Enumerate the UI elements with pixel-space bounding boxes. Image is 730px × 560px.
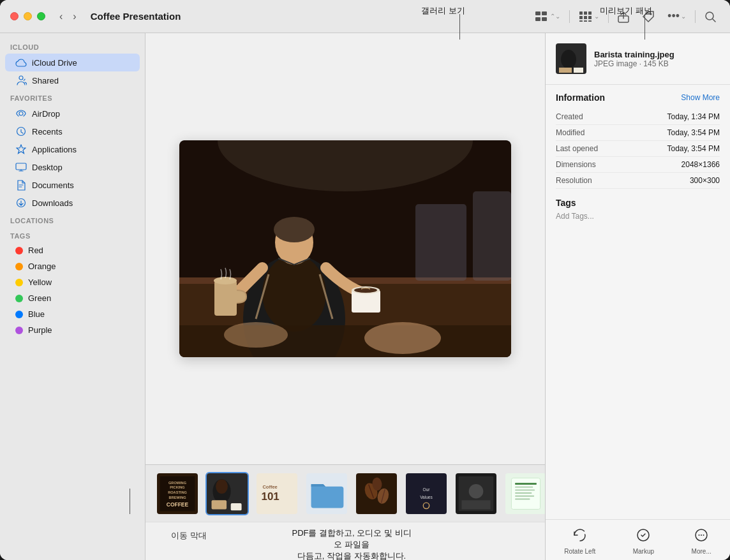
svg-text:Our: Our [423,487,431,492]
scroll-bar-annotation: 이동 막대 [171,530,292,542]
main-area: iCloud iCloud Drive [0,33,730,560]
svg-point-29 [274,217,315,242]
modified-label: Modified [556,128,585,137]
sidebar-item-tag-purple[interactable]: Purple [5,322,140,338]
sidebar-item-documents[interactable]: Documents [5,176,140,194]
content-area: GROWING PICKING ROASTING BREWING COFFEE [145,33,545,560]
minimize-button[interactable] [24,12,32,20]
sidebar-item-downloads[interactable]: Downloads [5,194,140,212]
svg-rect-38 [415,204,466,281]
created-label: Created [556,112,583,121]
sidebar-item-tag-blue[interactable]: Blue [5,306,140,322]
thumbnail-3[interactable]: Coffee 101 [255,472,299,515]
svg-rect-70 [461,500,490,509]
tags-section: Tags Add Tags... [556,198,720,221]
thumbnail-4[interactable] [305,472,348,515]
svg-rect-75 [515,489,535,490]
thumbnail-8[interactable] [504,472,545,515]
show-more-button[interactable]: Show More [681,93,720,102]
purple-tag-label: Purple [28,325,52,335]
shared-icon [15,75,27,86]
locations-section-label: Locations [0,212,145,227]
markup-button[interactable]: Markup [628,525,659,557]
icloud-drive-icon [15,57,27,68]
preview-details: Information Show More Created Today, 1:3… [546,85,730,519]
close-button[interactable] [10,12,19,20]
separator [569,10,570,23]
sidebar-item-icloud-drive[interactable]: iCloud Drive [5,54,140,71]
more-preview-label: More... [692,548,711,555]
gallery-area[interactable] [145,33,545,464]
share-button[interactable] [614,8,633,26]
resolution-label: Resolution [556,176,592,185]
add-tags-button[interactable]: Add Tags... [556,212,720,221]
yellow-tag-label: Yellow [28,277,52,287]
more-actions-button[interactable]: ••• ⌄ [664,7,690,26]
svg-text:Coffee: Coffee [262,483,277,489]
thumbnail-1[interactable]: GROWING PICKING ROASTING BREWING COFFEE [156,472,199,515]
grid-view-button[interactable]: ⌄ [575,8,603,25]
back-button[interactable]: ‹ [56,10,66,24]
maximize-button[interactable] [37,12,45,20]
svg-rect-78 [515,498,530,499]
svg-rect-77 [515,495,534,496]
svg-rect-18 [16,163,26,170]
preview-filename: Barista training.jpeg [594,50,720,59]
main-image [179,140,511,357]
tag-button[interactable] [638,8,659,26]
info-row-last-opened: Last opened Today, 3:54 PM [556,141,720,157]
markup-label: Markup [633,548,654,555]
info-row-dimensions: Dimensions 2048×1366 [556,157,720,173]
preview-header: Barista training.jpeg JPEG image · 145 K… [546,33,730,85]
preview-filetype: JPEG image · 145 KB [594,59,720,68]
sidebar-item-tag-yellow[interactable]: Yellow [5,274,140,290]
preview-panel: Barista training.jpeg JPEG image · 145 K… [545,33,730,560]
sidebar-item-tag-orange[interactable]: Orange [5,258,140,274]
sidebar-item-desktop[interactable]: Desktop [5,158,140,176]
green-tag-label: Green [28,293,51,303]
red-tag-label: Red [28,246,43,255]
svg-point-86 [701,534,702,536]
dimensions-label: Dimensions [556,160,596,169]
bottom-description: PDF를 결합하고, 오디오 및 비디오 파일을 다듬고, 작업을 자동화합니다… [292,527,412,560]
forward-button[interactable]: › [69,10,80,24]
thumbnail-7[interactable] [454,472,498,515]
desktop-label: Desktop [32,163,63,172]
info-row-resolution: Resolution 300×300 [556,173,720,189]
svg-rect-10 [579,20,583,22]
rotate-left-button[interactable]: Rotate Left [559,525,600,557]
search-button[interactable] [701,8,720,25]
svg-point-69 [469,483,484,498]
purple-tag-dot [15,327,23,334]
recents-icon [15,126,27,137]
more-actions-preview-button[interactable]: More... [687,525,717,557]
modified-value: Today, 3:54 PM [667,128,720,137]
svg-rect-39 [473,191,511,281]
thumbnail-5[interactable] [355,472,398,515]
svg-text:Values: Values [420,494,433,499]
sidebar-item-shared[interactable]: Shared [5,71,140,89]
svg-rect-3 [542,17,547,21]
thumbnail-2-selected[interactable] [205,472,249,515]
sidebar-item-tag-green[interactable]: Green [5,290,140,306]
bottom-annotations: 이동 막대 PDF를 결합하고, 오디오 및 비디오 파일을 다듬고, 작업을 … [145,522,545,560]
blue-tag-dot [15,311,23,318]
view-toggle-button[interactable]: ⌃⌄ [531,8,564,25]
window-title: Coffee Presentation [91,11,526,22]
svg-rect-11 [584,20,587,22]
svg-text:101: 101 [262,490,279,503]
svg-point-87 [703,534,704,536]
svg-rect-8 [584,16,587,19]
sidebar-item-airdrop[interactable]: AirDrop [5,105,140,122]
separator3 [695,10,696,23]
sidebar-item-tag-red[interactable]: Red [5,242,140,258]
svg-rect-76 [515,492,532,494]
sidebar-item-applications[interactable]: Applications [5,140,140,158]
info-row-created: Created Today, 1:34 PM [556,109,720,125]
documents-label: Documents [32,181,74,190]
sidebar-item-recents[interactable]: Recents [5,122,140,140]
svg-point-25 [262,255,326,332]
icloud-section-label: iCloud [0,38,145,54]
thumbnail-6[interactable]: Our Values [405,472,448,515]
tags-title: Tags [556,198,720,208]
